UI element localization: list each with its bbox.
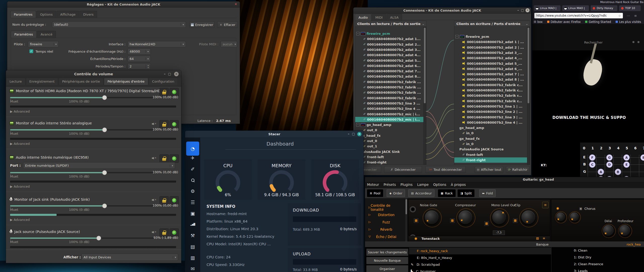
close-icon[interactable]: ✕ — [234, 3, 237, 6]
sidebar-item-resources[interactable]: ▂▅█ — [186, 219, 199, 230]
small-knob[interactable] — [570, 213, 579, 221]
titlebar[interactable]: Stacer – ▢ ✕ — [185, 131, 364, 138]
tree-port[interactable]: ✐out_0 — [355, 127, 423, 133]
module-grid-button[interactable]: ▦ — [450, 218, 455, 223]
tree-port[interactable]: 00016604080007b2_line 3 | ... — [454, 115, 527, 120]
tree-client[interactable]: −gx_head_amp — [355, 122, 423, 127]
note-circle[interactable]: A — [598, 169, 604, 175]
tree-port[interactable]: ✐00016604080007b2_mic | i... — [355, 117, 423, 122]
tree-port[interactable]: 00016604080007b2_adat 5_... — [454, 61, 527, 66]
tree-port[interactable]: ✐front-right — [454, 157, 527, 163]
preset-row[interactable]: 1: Dist Dry — [574, 255, 591, 259]
menu-lampe[interactable]: Lampe — [417, 183, 429, 187]
power-icon[interactable]: ◉ — [556, 206, 559, 210]
module-knob[interactable] — [521, 211, 535, 224]
tree-port[interactable]: ✐00016604080007b2_fabrik ... — [355, 95, 423, 101]
tree-port[interactable]: 00016604080007b2_adat 1 | ... — [454, 39, 527, 45]
maximize-icon[interactable]: ▢ — [521, 9, 524, 12]
tree-client[interactable]: PulseAudio JACK Sink — [355, 149, 423, 154]
menu-icon[interactable]: ≡ — [634, 14, 637, 18]
sidebar-item-search[interactable] — [186, 175, 199, 185]
menu-pr-sets[interactable]: Présets — [384, 183, 396, 187]
menu-plugins[interactable]: Plugins — [400, 183, 413, 187]
tree-port[interactable]: 00016604080007b2_line 2 | ... — [454, 109, 527, 114]
mic-search-icon[interactable] — [632, 41, 634, 43]
tree-client[interactable]: PulseAudio JACK Source — [454, 147, 527, 152]
slider-handle[interactable] — [102, 203, 107, 208]
tab-enregistrement[interactable]: Enregistrement — [26, 78, 58, 85]
tree-port[interactable]: 00016604080007b2_adat 4_... — [454, 55, 527, 61]
sidebar-item-feedback[interactable]: ✉ — [186, 263, 199, 272]
bank-button-3[interactable]: Organiser — [366, 265, 408, 272]
slider-handle[interactable] — [102, 170, 107, 175]
menu-moteur[interactable]: Moteur — [367, 183, 379, 187]
tab-p-riph-riques-d-entr-e[interactable]: Périphériques d'entrée — [104, 78, 148, 85]
browser-tab[interactable]: Linux MAO | — [562, 5, 589, 11]
apps-icon[interactable] — [637, 41, 639, 43]
close-icon[interactable]: ✕ — [526, 8, 530, 12]
toolbar-fold[interactable]: ▬Fold — [479, 189, 496, 197]
bank-row[interactable]: E: 80s_Hard_n_Heavy — [409, 254, 551, 261]
tree-port[interactable]: 00016604080007b2_adat 2 | ... — [454, 45, 527, 50]
bookmark-star-icon[interactable]: ☆ — [618, 14, 621, 17]
plugin-category--cho-d-lai[interactable]: ▽Écho / Délai — [366, 233, 404, 240]
realtime-checkbox[interactable]: ✓ — [29, 49, 33, 53]
tree-port[interactable]: ✐front-left — [355, 154, 423, 160]
bank-row[interactable]: ▙C: brummer — [409, 268, 551, 272]
tree-port[interactable]: ✐00016604080007b2_fabrik ... — [355, 79, 423, 85]
samplerate-select[interactable]: 48000▾ — [128, 48, 151, 55]
minimize-icon[interactable]: – — [164, 72, 166, 76]
tree-port[interactable]: ✐00016604080007b2_fabrik ... — [355, 85, 423, 90]
preset-save-icon[interactable]: ▤ — [536, 236, 539, 240]
preset-row[interactable]: 2: Clean Presence — [574, 262, 603, 266]
titlebar[interactable]: Réglages - Kit de Connexion Audio JACK ✕ — [7, 2, 240, 8]
scrollbar[interactable] — [527, 27, 530, 164]
tree-port[interactable]: ✐00016604080007b2_line 3 ... — [355, 101, 423, 106]
menu--propos[interactable]: À propos — [451, 183, 466, 187]
refresh-button[interactable]: ⟳ Rafraîchir — [506, 166, 530, 173]
note-circle[interactable]: D — [606, 161, 613, 168]
module-knob[interactable] — [492, 211, 506, 224]
maximize-icon[interactable]: ▢ — [168, 72, 171, 76]
advanced-expander[interactable]: ▶ Advanced — [10, 110, 30, 113]
titlebar[interactable]: Guitarix: gx_head — [365, 177, 644, 182]
tree-port[interactable]: ✐00016604080007b2_adat 8... — [355, 74, 423, 79]
volume-slider[interactable] — [10, 97, 155, 98]
tab-p-riph-riques-de-sortie[interactable]: Périphériques de sortie — [59, 78, 103, 85]
tree-port[interactable]: ✐00016604080007b2_adat 6... — [355, 63, 423, 69]
rack-tool-icon[interactable]: ≡ — [542, 202, 549, 208]
volume-slider[interactable] — [10, 172, 155, 173]
interface-select[interactable]: hw:Konnekt24D▾ — [128, 41, 186, 47]
tab-options[interactable]: Options — [36, 11, 56, 18]
bank-row[interactable]: F: rock_heavy_rack — [409, 248, 551, 254]
tree-port[interactable]: ✐00016604080007b2_adat 5... — [355, 58, 423, 63]
lock-button[interactable] — [159, 154, 169, 163]
frames-select[interactable]: 64▾ — [128, 56, 151, 62]
tree-port[interactable]: ✐00016604080007b2_adat 1... — [355, 36, 423, 42]
tree-port[interactable]: 00016604080007b2_line 1 | ... — [454, 104, 527, 109]
module-knob[interactable] — [459, 211, 472, 224]
sidebar-item-system-cleaner[interactable]: ✐ — [186, 164, 199, 174]
sidebar-item-startup-apps[interactable]: ✈ — [186, 153, 199, 163]
small-knob[interactable] — [556, 213, 565, 221]
tree-port[interactable]: ✐front-left — [454, 152, 527, 157]
bookmark-item[interactable]: Les plus visités — [616, 20, 641, 24]
plugin-category-distortion[interactable]: ▷Distortion — [366, 211, 404, 218]
show-all-button[interactable]: ▤ Afficher tout — [475, 166, 503, 173]
close-icon[interactable]: ✕ — [174, 72, 179, 76]
bank-button-2[interactable]: Nouvelle Banque — [366, 257, 408, 264]
tree-port[interactable]: ✐out_1 — [355, 144, 423, 149]
browser-tab[interactable]: Linux MAO | — [534, 5, 560, 11]
port-select[interactable]: Entrée numérique (S/PDIF)▾ — [23, 162, 175, 169]
chorus-knob[interactable] — [603, 225, 614, 236]
tree-port[interactable]: ✐00016604080007b2_mic | i... — [355, 112, 423, 117]
input-ports-header[interactable]: Clients en écriture / Ports d'entrée ⌄ — [454, 21, 530, 27]
close-icon[interactable]: ✕ — [357, 132, 361, 136]
sidebar-scrollbar[interactable] — [405, 198, 407, 242]
module-knob[interactable] — [425, 211, 438, 224]
tree-client[interactable]: gx_head_amp — [454, 125, 527, 130]
tree-port[interactable]: 00016604080007b2_fabrik r... — [454, 93, 527, 98]
menu-options[interactable]: Options — [433, 183, 446, 187]
speaker-mute-icon[interactable]: ✕ — [152, 156, 156, 160]
tree-client[interactable]: −firewire_pcm — [355, 31, 423, 36]
